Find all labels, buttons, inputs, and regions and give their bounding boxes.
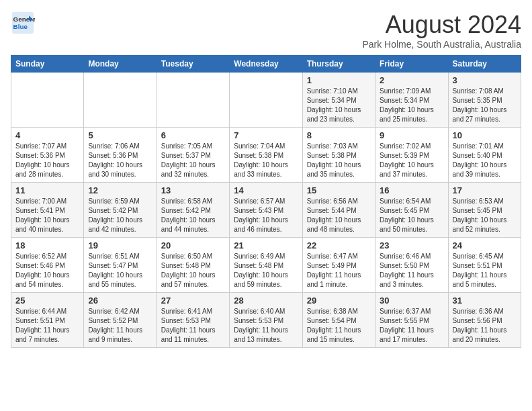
day-info: Sunrise: 6:49 AM Sunset: 5:48 PM Dayligh…	[234, 252, 298, 289]
calendar-cell: 25Sunrise: 6:44 AM Sunset: 5:51 PM Dayli…	[11, 293, 84, 348]
day-number: 3	[453, 75, 517, 85]
day-info: Sunrise: 6:40 AM Sunset: 5:53 PM Dayligh…	[234, 307, 298, 345]
day-info: Sunrise: 7:04 AM Sunset: 5:38 PM Dayligh…	[234, 142, 298, 179]
calendar-cell	[230, 73, 302, 128]
day-number: 19	[88, 240, 152, 250]
calendar-cell: 21Sunrise: 6:49 AM Sunset: 5:48 PM Dayli…	[230, 238, 302, 293]
calendar-cell: 11Sunrise: 7:00 AM Sunset: 5:41 PM Dayli…	[11, 183, 84, 238]
day-info: Sunrise: 6:41 AM Sunset: 5:53 PM Dayligh…	[161, 307, 225, 345]
week-row-2: 4Sunrise: 7:07 AM Sunset: 5:36 PM Daylig…	[11, 128, 521, 183]
calendar-cell: 14Sunrise: 6:57 AM Sunset: 5:43 PM Dayli…	[230, 183, 302, 238]
calendar-cell: 13Sunrise: 6:58 AM Sunset: 5:42 PM Dayli…	[157, 183, 229, 238]
calendar-cell: 22Sunrise: 6:47 AM Sunset: 5:49 PM Dayli…	[302, 238, 375, 293]
day-number: 1	[307, 75, 371, 85]
calendar-cell: 29Sunrise: 6:38 AM Sunset: 5:54 PM Dayli…	[302, 293, 375, 348]
day-number: 13	[161, 185, 225, 195]
calendar-cell	[84, 73, 157, 128]
header-day-tuesday: Tuesday	[157, 56, 229, 73]
month-title: August 2024	[362, 11, 521, 39]
day-info: Sunrise: 7:01 AM Sunset: 5:40 PM Dayligh…	[453, 142, 517, 179]
calendar-cell: 19Sunrise: 6:51 AM Sunset: 5:47 PM Dayli…	[84, 238, 157, 293]
day-number: 22	[307, 240, 371, 250]
calendar-cell: 31Sunrise: 6:36 AM Sunset: 5:56 PM Dayli…	[448, 293, 521, 348]
day-info: Sunrise: 7:07 AM Sunset: 5:36 PM Dayligh…	[15, 142, 79, 179]
day-number: 24	[453, 240, 517, 250]
day-number: 17	[453, 185, 517, 195]
calendar-cell: 3Sunrise: 7:08 AM Sunset: 5:35 PM Daylig…	[448, 73, 521, 128]
calendar-cell: 27Sunrise: 6:41 AM Sunset: 5:53 PM Dayli…	[157, 293, 229, 348]
day-info: Sunrise: 6:50 AM Sunset: 5:48 PM Dayligh…	[161, 252, 225, 289]
day-info: Sunrise: 6:36 AM Sunset: 5:56 PM Dayligh…	[453, 307, 517, 345]
calendar-cell: 1Sunrise: 7:10 AM Sunset: 5:34 PM Daylig…	[302, 73, 375, 128]
calendar-cell: 24Sunrise: 6:45 AM Sunset: 5:51 PM Dayli…	[448, 238, 521, 293]
day-info: Sunrise: 6:56 AM Sunset: 5:44 PM Dayligh…	[307, 197, 371, 234]
day-number: 29	[307, 295, 371, 306]
calendar-cell: 4Sunrise: 7:07 AM Sunset: 5:36 PM Daylig…	[11, 128, 84, 183]
calendar-cell: 20Sunrise: 6:50 AM Sunset: 5:48 PM Dayli…	[157, 238, 229, 293]
location: Park Holme, South Australia, Australia	[362, 39, 521, 50]
title-block: August 2024 Park Holme, South Australia,…	[362, 11, 521, 50]
day-number: 28	[234, 295, 298, 306]
header-day-saturday: Saturday	[448, 56, 521, 73]
day-number: 6	[161, 130, 225, 140]
day-number: 11	[15, 185, 79, 195]
header-day-friday: Friday	[375, 56, 448, 73]
calendar-cell: 12Sunrise: 6:59 AM Sunset: 5:42 PM Dayli…	[84, 183, 157, 238]
calendar-cell	[157, 73, 229, 128]
day-info: Sunrise: 6:58 AM Sunset: 5:42 PM Dayligh…	[161, 197, 225, 234]
day-info: Sunrise: 6:44 AM Sunset: 5:51 PM Dayligh…	[15, 307, 79, 345]
calendar-cell: 26Sunrise: 6:42 AM Sunset: 5:52 PM Dayli…	[84, 293, 157, 348]
calendar-cell	[11, 73, 84, 128]
week-row-4: 18Sunrise: 6:52 AM Sunset: 5:46 PM Dayli…	[11, 238, 521, 293]
calendar-cell: 8Sunrise: 7:03 AM Sunset: 5:38 PM Daylig…	[302, 128, 375, 183]
day-number: 27	[161, 295, 225, 306]
week-row-1: 1Sunrise: 7:10 AM Sunset: 5:34 PM Daylig…	[11, 73, 521, 128]
week-row-3: 11Sunrise: 7:00 AM Sunset: 5:41 PM Dayli…	[11, 183, 521, 238]
day-info: Sunrise: 6:51 AM Sunset: 5:47 PM Dayligh…	[88, 252, 152, 289]
day-info: Sunrise: 6:59 AM Sunset: 5:42 PM Dayligh…	[88, 197, 152, 234]
calendar-cell: 2Sunrise: 7:09 AM Sunset: 5:34 PM Daylig…	[375, 73, 448, 128]
calendar-cell: 9Sunrise: 7:02 AM Sunset: 5:39 PM Daylig…	[375, 128, 448, 183]
calendar-cell: 15Sunrise: 6:56 AM Sunset: 5:44 PM Dayli…	[302, 183, 375, 238]
calendar-table: SundayMondayTuesdayWednesdayThursdayFrid…	[11, 55, 521, 348]
day-info: Sunrise: 7:06 AM Sunset: 5:36 PM Dayligh…	[88, 142, 152, 179]
calendar-cell: 10Sunrise: 7:01 AM Sunset: 5:40 PM Dayli…	[448, 128, 521, 183]
day-info: Sunrise: 7:10 AM Sunset: 5:34 PM Dayligh…	[307, 87, 371, 124]
day-number: 14	[234, 185, 298, 195]
day-number: 5	[88, 130, 152, 140]
calendar-header: SundayMondayTuesdayWednesdayThursdayFrid…	[11, 56, 521, 73]
day-number: 21	[234, 240, 298, 250]
calendar-cell: 17Sunrise: 6:53 AM Sunset: 5:45 PM Dayli…	[448, 183, 521, 238]
calendar-cell: 5Sunrise: 7:06 AM Sunset: 5:36 PM Daylig…	[84, 128, 157, 183]
day-number: 26	[88, 295, 152, 306]
day-info: Sunrise: 6:38 AM Sunset: 5:54 PM Dayligh…	[307, 307, 371, 345]
day-number: 8	[307, 130, 371, 140]
day-info: Sunrise: 7:03 AM Sunset: 5:38 PM Dayligh…	[307, 142, 371, 179]
day-number: 23	[380, 240, 443, 250]
day-number: 18	[15, 240, 79, 250]
day-number: 30	[380, 295, 443, 306]
svg-text:Blue: Blue	[13, 23, 28, 30]
calendar-cell: 7Sunrise: 7:04 AM Sunset: 5:38 PM Daylig…	[230, 128, 302, 183]
day-info: Sunrise: 6:47 AM Sunset: 5:49 PM Dayligh…	[307, 252, 371, 289]
calendar-cell: 16Sunrise: 6:54 AM Sunset: 5:45 PM Dayli…	[375, 183, 448, 238]
day-number: 2	[380, 75, 443, 85]
day-info: Sunrise: 6:42 AM Sunset: 5:52 PM Dayligh…	[88, 307, 152, 345]
day-info: Sunrise: 6:37 AM Sunset: 5:55 PM Dayligh…	[380, 307, 443, 345]
day-number: 7	[234, 130, 298, 140]
day-info: Sunrise: 7:05 AM Sunset: 5:37 PM Dayligh…	[161, 142, 225, 179]
day-number: 25	[15, 295, 79, 306]
day-info: Sunrise: 7:00 AM Sunset: 5:41 PM Dayligh…	[15, 197, 79, 234]
calendar-body: 1Sunrise: 7:10 AM Sunset: 5:34 PM Daylig…	[11, 73, 521, 348]
logo-icon: General Blue	[11, 11, 35, 35]
day-number: 20	[161, 240, 225, 250]
day-number: 10	[453, 130, 517, 140]
day-info: Sunrise: 7:08 AM Sunset: 5:35 PM Dayligh…	[453, 87, 517, 124]
week-row-5: 25Sunrise: 6:44 AM Sunset: 5:51 PM Dayli…	[11, 293, 521, 348]
header-day-monday: Monday	[84, 56, 157, 73]
header-row: SundayMondayTuesdayWednesdayThursdayFrid…	[11, 56, 521, 73]
day-number: 12	[88, 185, 152, 195]
day-number: 9	[380, 130, 443, 140]
day-number: 4	[15, 130, 79, 140]
page-header: General Blue August 2024 Park Holme, Sou…	[11, 11, 521, 50]
